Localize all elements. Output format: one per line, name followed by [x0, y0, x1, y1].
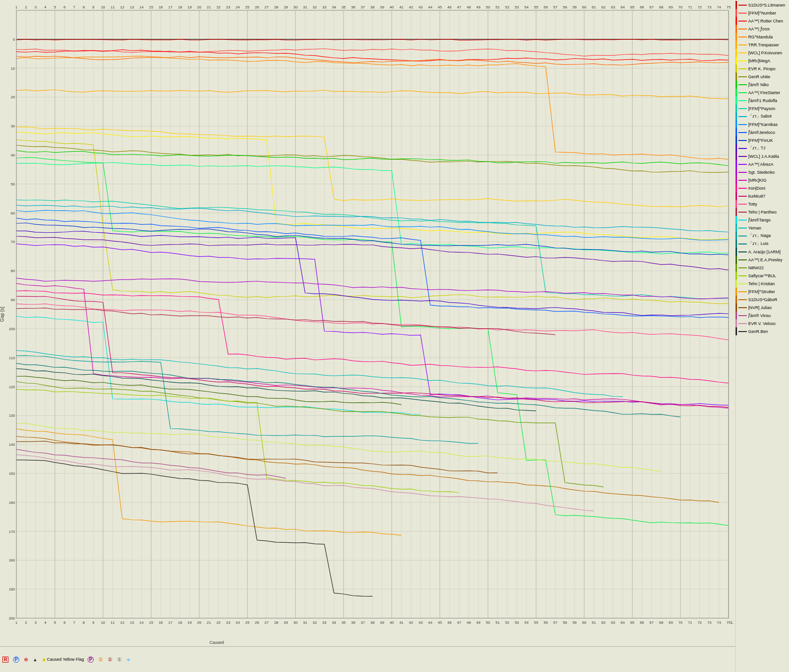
- legend-item-17[interactable]: [FFM]^FinUK: [736, 136, 789, 144]
- svg-text:200: 200: [9, 616, 15, 620]
- svg-text:Lap: Lap: [731, 620, 733, 625]
- legend-item-32[interactable]: AA™| E.A.Presley: [736, 256, 789, 264]
- svg-text:10: 10: [101, 5, 105, 9]
- svg-text:41: 41: [399, 5, 403, 9]
- legend-item-28[interactable]: Yeman: [736, 224, 789, 232]
- legend-color-bar: [738, 156, 747, 157]
- legend-driver-name: 「ɾτ」Sabot: [748, 113, 772, 119]
- svg-text:2: 2: [25, 620, 27, 625]
- legend-item-35[interactable]: Teho | Kristian: [736, 280, 789, 288]
- engine-symbol: ⊕: [24, 657, 28, 663]
- legend-color-bar: [738, 13, 747, 14]
- legend-item-14[interactable]: 「ɾτ」Sabot: [736, 112, 789, 120]
- legend-color-bar: [738, 251, 747, 252]
- legend-item-16[interactable]: ϝám®Jereloco: [736, 128, 789, 136]
- legend-item-30[interactable]: 「ɾτ」Luis: [736, 240, 789, 248]
- blue-flag-symbol: ●: [127, 656, 130, 663]
- svg-text:44: 44: [428, 620, 432, 625]
- legend-driver-name: N8N#22: [748, 266, 764, 270]
- legend-driver-name: [MRc]MegA: [748, 59, 770, 63]
- svg-text:3: 3: [35, 5, 37, 9]
- svg-text:15: 15: [149, 5, 153, 9]
- svg-text:56: 56: [543, 620, 548, 625]
- legend-item-21[interactable]: Sgt. Stedenko: [736, 168, 789, 176]
- legend-item-8[interactable]: EVR K. Piropo: [736, 65, 789, 73]
- svg-text:4: 4: [44, 620, 46, 625]
- legend-item-41[interactable]: GenR.Ben: [736, 327, 789, 335]
- svg-text:21: 21: [207, 620, 211, 625]
- svg-text:160: 160: [9, 501, 15, 505]
- svg-text:48: 48: [467, 620, 471, 625]
- svg-text:47: 47: [457, 5, 461, 9]
- legend-item-4[interactable]: RG^Mandula: [736, 33, 789, 41]
- legend-item-12[interactable]: ϝám®1 Rudolfa: [736, 96, 789, 104]
- svg-text:110: 110: [9, 356, 15, 360]
- svg-text:43: 43: [418, 620, 423, 625]
- lapped-symbol: ①: [117, 657, 122, 663]
- legend-item-31[interactable]: A. Araújo [1ARM]: [736, 248, 789, 256]
- svg-text:66: 66: [640, 620, 644, 625]
- svg-text:74: 74: [717, 620, 721, 625]
- legend-item-19[interactable]: [WCL] J.A.Katila: [736, 152, 789, 160]
- legend-color-bar: [738, 148, 747, 149]
- legend-item-6[interactable]: [WCL] P.Koivunen: [736, 49, 789, 57]
- svg-text:0: 0: [13, 37, 15, 42]
- legend-tyre: ①: [108, 657, 113, 663]
- legend-item-38[interactable]: [NVR] Juliao: [736, 303, 789, 311]
- legend-color-bar: [738, 124, 747, 125]
- legend-item-2[interactable]: AA™| Ro8er Chen: [736, 17, 789, 25]
- legend-color-bar: [738, 60, 747, 61]
- legend-color-bar: [738, 172, 747, 173]
- legend-item-33[interactable]: N8N#22: [736, 264, 789, 272]
- svg-text:190: 190: [9, 587, 15, 591]
- legend-item-7[interactable]: [MRc]MegA: [736, 57, 789, 65]
- legend-item-40[interactable]: EVR V. Veloso: [736, 319, 789, 327]
- tyre-symbol: ①: [108, 657, 112, 663]
- legend-item-5[interactable]: TRR.Trespasser: [736, 41, 789, 49]
- svg-text:30: 30: [293, 620, 298, 625]
- legend-item-3[interactable]: AA™| ϝοτσι: [736, 25, 789, 33]
- legend-item-26[interactable]: Teho | Pantheo: [736, 208, 789, 216]
- legend-item-27[interactable]: ϝám®Tango: [736, 216, 789, 224]
- svg-text:170: 170: [9, 530, 15, 534]
- legend-item-1[interactable]: [FFM]^Number: [736, 9, 789, 17]
- legend-color-bar: [738, 212, 747, 213]
- svg-text:49: 49: [476, 5, 480, 9]
- caused-yellow-label: Caused Yellow Flag: [47, 657, 84, 662]
- svg-text:72: 72: [698, 5, 702, 9]
- legend-item-39[interactable]: ϝám® Vinsu: [736, 311, 789, 319]
- legend-item-15[interactable]: [FFM]^Karnikas: [736, 120, 789, 128]
- legend-driver-name: AA™| E.A.Presley: [748, 258, 782, 262]
- legend-item-10[interactable]: ϝám® Niko: [736, 81, 789, 89]
- legend-item-23[interactable]: Iron|Doni: [736, 184, 789, 192]
- retired-symbol: R: [2, 657, 8, 663]
- svg-text:55: 55: [534, 5, 538, 9]
- svg-text:26: 26: [255, 5, 259, 9]
- legend-item-13[interactable]: [FFM]^Payson: [736, 104, 789, 112]
- legend-item-36[interactable]: [FFM]^Strutter: [736, 288, 789, 295]
- svg-text:34: 34: [332, 620, 336, 625]
- legend-color-bar: [738, 323, 747, 324]
- legend-driver-name: Teho | Pantheo: [748, 210, 776, 214]
- svg-text:60: 60: [582, 5, 586, 9]
- legend-item-20[interactable]: AA™| AlirezA: [736, 160, 789, 168]
- svg-text:69: 69: [669, 5, 673, 9]
- legend-item-25[interactable]: Totty: [736, 200, 789, 208]
- legend-item-29[interactable]: 「ɾτ」Naga: [736, 232, 789, 240]
- svg-text:140: 140: [9, 443, 15, 447]
- legend-item-0[interactable]: S1DUS*S.Litmanen: [736, 1, 789, 9]
- legend-item-9[interactable]: GenR uNite: [736, 73, 789, 81]
- legend-item-37[interactable]: S1DUS*GáboR: [736, 295, 789, 303]
- svg-text:60: 60: [582, 620, 586, 625]
- svg-text:23: 23: [226, 5, 230, 9]
- svg-text:40: 40: [390, 620, 394, 625]
- legend-item-11[interactable]: AA™| FireStarter: [736, 89, 789, 96]
- svg-text:70: 70: [678, 620, 683, 625]
- legend-item-24[interactable]: kurkku87: [736, 192, 789, 200]
- svg-text:71: 71: [688, 620, 692, 625]
- takeover-symbol: ①: [98, 657, 103, 663]
- svg-text:64: 64: [621, 620, 625, 625]
- legend-item-34[interactable]: Saftycar™BUL: [736, 272, 789, 280]
- legend-item-18[interactable]: 「ɾτ」TJ: [736, 144, 789, 152]
- legend-item-22[interactable]: [MRc]KIG: [736, 176, 789, 184]
